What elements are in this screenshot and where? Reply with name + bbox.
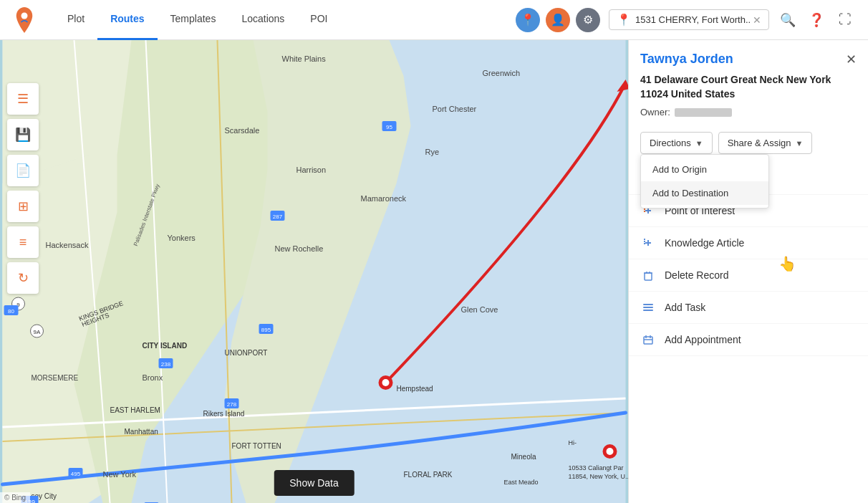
svg-text:New Rochelle: New Rochelle	[275, 244, 324, 253]
person-button[interactable]: 👤	[546, 8, 570, 32]
svg-text:UNIONPORT: UNIONPORT	[225, 349, 268, 357]
svg-text:Hackensack: Hackensack	[46, 241, 89, 249]
person-icon: 👤	[551, 13, 565, 27]
sidebar-header: Tawnya Jorden ✕	[629, 40, 868, 73]
expand-button[interactable]: ⛶	[834, 9, 857, 32]
nav-locations[interactable]: Locations	[228, 0, 297, 40]
svg-rect-88	[643, 310, 653, 311]
doc-icon: 📄	[15, 163, 31, 178]
delete-record-label: Delete Record	[665, 269, 729, 281]
nav-icon-group: 📍 👤 ⚙	[516, 8, 600, 32]
sidebar-actions: Directions ▼ Add to Origin Add to Destin…	[629, 126, 868, 157]
share-assign-button[interactable]: Share & Assign ▼	[718, 132, 813, 154]
svg-text:FLORAL PARK: FLORAL PARK	[404, 471, 453, 479]
directions-chevron-icon: ▼	[695, 139, 703, 148]
svg-point-0	[21, 12, 28, 19]
search-button[interactable]: 🔍	[776, 9, 799, 32]
svg-rect-82	[645, 273, 652, 280]
header-actions: 🔍 ❓ ⛶	[776, 9, 857, 32]
svg-text:CITY ISLAND: CITY ISLAND	[143, 342, 188, 350]
gear-button[interactable]: ⚙	[576, 8, 600, 32]
add-appointment-icon	[640, 332, 656, 348]
svg-text:278: 278	[227, 401, 237, 408]
main-area: White Plains Greenwich Port Chester Rye …	[0, 40, 868, 503]
save-button[interactable]: 💾	[7, 119, 39, 150]
add-appointment-label: Add Appointment	[665, 334, 741, 345]
knowledge-article-icon	[640, 235, 656, 251]
add-task-item[interactable]: Add Task	[629, 292, 868, 324]
svg-text:Bronx: Bronx	[143, 373, 163, 382]
share-label: Share & Assign	[728, 138, 791, 148]
nav-poi[interactable]: POI	[297, 0, 340, 40]
svg-text:Port Chester: Port Chester	[433, 105, 477, 113]
search-icon: 🔍	[780, 12, 796, 28]
search-input[interactable]	[635, 14, 750, 25]
svg-text:287: 287	[273, 214, 283, 220]
svg-text:FORT TOTTEN: FORT TOTTEN	[232, 442, 281, 450]
svg-text:Mineola: Mineola	[511, 453, 536, 461]
map-pin-button[interactable]: 📍	[516, 8, 540, 32]
add-task-icon	[640, 300, 656, 315]
expand-icon: ⛶	[839, 12, 852, 27]
help-icon: ❓	[809, 12, 824, 28]
knowledge-article-item[interactable]: Knowledge Article	[629, 227, 868, 259]
svg-rect-86	[643, 304, 653, 305]
svg-text:238: 238	[161, 361, 171, 368]
list-button[interactable]: ≡	[7, 226, 39, 258]
header: Plot Routes Templates Locations POI 📍 👤 …	[0, 0, 868, 40]
logo[interactable]	[11, 7, 37, 33]
refresh-button[interactable]: ↻	[7, 262, 39, 294]
directions-label: Directions	[650, 138, 691, 148]
save-icon: 💾	[15, 127, 31, 143]
clear-search-icon[interactable]: ✕	[753, 14, 761, 26]
svg-text:95: 95	[386, 124, 392, 130]
svg-text:Manhattan: Manhattan	[125, 428, 158, 436]
sidebar-address: 41 Delaware Court Great Neck New York 11…	[629, 73, 868, 107]
directions-button[interactable]: Directions ▼	[640, 132, 713, 154]
svg-text:White Plains: White Plains	[282, 54, 327, 63]
directions-dropdown-menu: Add to Origin Add to Destination	[640, 154, 769, 209]
svg-text:10533 Caliangt Par: 10533 Caliangt Par	[569, 464, 624, 471]
doc-button[interactable]: 📄	[7, 155, 39, 186]
svg-text:Glen Cove: Glen Cove	[461, 305, 498, 314]
svg-point-11	[607, 448, 614, 455]
svg-text:Rikers Island: Rikers Island	[203, 410, 245, 418]
owner-label: Owner:	[640, 107, 670, 118]
search-bar[interactable]: 📍 ✕	[609, 9, 769, 30]
map-container[interactable]: White Plains Greenwich Port Chester Rye …	[0, 40, 628, 503]
svg-text:New York: New York	[103, 470, 137, 479]
nav-templates[interactable]: Templates	[158, 0, 229, 40]
svg-text:East Meado: East Meado	[504, 479, 539, 486]
add-to-destination-item[interactable]: Add to Destination	[641, 181, 768, 205]
svg-text:495: 495	[71, 471, 81, 477]
nav-plot[interactable]: Plot	[54, 0, 97, 40]
svg-text:EAST HARLEM: EAST HARLEM	[110, 406, 160, 414]
directions-dropdown: Directions ▼ Add to Origin Add to Destin…	[640, 132, 713, 154]
refresh-icon: ↻	[18, 270, 29, 286]
svg-point-9	[382, 379, 390, 386]
show-data-button[interactable]: Show Data	[274, 470, 354, 496]
sidebar-close-button[interactable]: ✕	[846, 52, 857, 67]
sidebar-owner: Owner:	[629, 107, 868, 126]
nav-routes[interactable]: Routes	[97, 0, 157, 40]
delete-record-icon	[640, 267, 656, 283]
add-task-label: Add Task	[665, 302, 705, 313]
add-appointment-item[interactable]: Add Appointment	[629, 324, 868, 356]
hamburger-button[interactable]: ☰	[7, 83, 39, 115]
map-area[interactable]: White Plains Greenwich Port Chester Rye …	[0, 40, 628, 503]
help-button[interactable]: ❓	[805, 9, 828, 32]
main-nav: Plot Routes Templates Locations POI	[54, 0, 507, 40]
svg-text:Harrison: Harrison	[296, 166, 327, 174]
contact-name[interactable]: Tawnya Jorden	[640, 52, 733, 67]
svg-text:Mamaroneck: Mamaroneck	[361, 194, 407, 203]
gear-icon: ⚙	[583, 13, 593, 27]
grid-icon: ⊞	[18, 198, 29, 214]
sidebar: Tawnya Jorden ✕ 41 Delaware Court Great …	[628, 40, 868, 503]
grid-button[interactable]: ⊞	[7, 191, 39, 222]
svg-rect-89	[644, 337, 652, 344]
add-to-origin-item[interactable]: Add to Origin	[641, 158, 768, 181]
share-chevron-icon: ▼	[796, 139, 804, 148]
delete-record-item[interactable]: Delete Record	[629, 259, 868, 292]
location-pin-icon: 📍	[617, 13, 631, 27]
list-icon: ≡	[19, 235, 27, 250]
